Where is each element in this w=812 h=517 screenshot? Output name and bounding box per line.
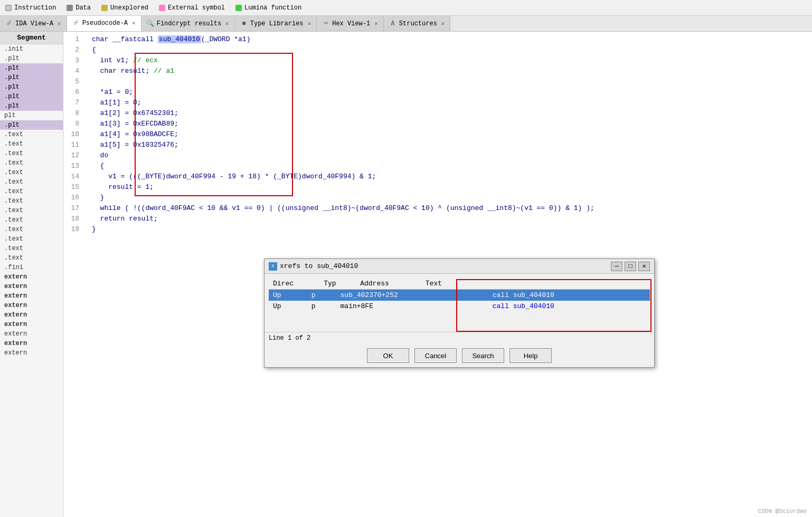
line-dot-8 xyxy=(84,108,92,119)
sidebar-item-plt2[interactable]: .plt xyxy=(0,63,63,73)
dialog-minimize-button[interactable]: — xyxy=(611,262,622,271)
code-line-6: 6 *a1 = 0; xyxy=(63,87,812,98)
code-line-5: 5 xyxy=(63,76,812,87)
sidebar-item-text11[interactable]: .text xyxy=(0,225,63,234)
help-button[interactable]: Help xyxy=(509,348,552,363)
external-dot xyxy=(159,5,165,11)
sidebar-item-text10[interactable]: .text xyxy=(0,215,63,225)
lumina-label: Lumina function xyxy=(244,4,301,12)
sidebar-item-plt8[interactable]: .plt xyxy=(0,120,63,130)
code-text-10: a1[4] = 0x98BADCFE; xyxy=(92,129,178,140)
sidebar-item-text8[interactable]: .text xyxy=(0,196,63,206)
tab-pseudo-close[interactable]: ✕ xyxy=(132,20,136,26)
tab-ida-label: IDA View-A xyxy=(15,20,53,27)
line-dot-11 xyxy=(84,140,92,150)
code-line-13: 13 { xyxy=(63,161,812,171)
sidebar-item-text5[interactable]: .text xyxy=(0,168,63,177)
sidebar-item-text3[interactable]: .text xyxy=(0,149,63,158)
tab-hex-view[interactable]: ⌨ Hex View-1 ✕ xyxy=(317,16,384,31)
tab-ida-view[interactable]: ☍ IDA View-A ✕ xyxy=(0,16,67,31)
code-line-4: 4 char result; // a1 xyxy=(63,66,812,76)
sidebar-item-extern2[interactable]: extern xyxy=(0,282,63,291)
instruction-label: Instruction xyxy=(14,4,56,12)
legend-bar: Instruction Data Unexplored External sym… xyxy=(0,0,812,16)
status-text: Line 1 of 2 xyxy=(269,334,310,342)
line-dot-10 xyxy=(84,129,92,140)
xref-row-2[interactable]: Up p main+8FE call sub_404010 xyxy=(269,301,650,312)
main-area: Segment .init .plt .plt .plt .plt .plt .… xyxy=(0,32,812,517)
sidebar-item-extern8[interactable]: extern xyxy=(0,339,63,348)
tab-hex-close[interactable]: ✕ xyxy=(374,20,378,27)
xref-data-table[interactable]: Up p sub_402370+252 call sub_404010 Up p… xyxy=(269,290,650,328)
sidebar-item-extern7[interactable]: extern xyxy=(0,329,63,339)
sidebar-item-init[interactable]: .init xyxy=(0,44,63,54)
code-line-18: 18 return result; xyxy=(63,214,812,224)
sidebar-item-text1[interactable]: .text xyxy=(0,130,63,139)
sidebar-item-extern4[interactable]: extern xyxy=(0,301,63,310)
sidebar-item-text7[interactable]: .text xyxy=(0,187,63,196)
line-num-3: 3 xyxy=(63,55,84,66)
sidebar-item-plt7[interactable]: plt xyxy=(0,111,63,120)
xref-row-1[interactable]: Up p sub_402370+252 call sub_404010 xyxy=(269,290,650,301)
sidebar-item-text9[interactable]: .text xyxy=(0,206,63,215)
code-area[interactable]: 1 char __fastcall sub_404010(_DWORD *a1)… xyxy=(63,32,812,517)
tab-find-close[interactable]: ✕ xyxy=(225,20,229,27)
line-num-14: 14 xyxy=(63,171,84,182)
code-line-16: 16 } xyxy=(63,193,812,203)
col-text: Text xyxy=(421,278,650,290)
line-num-11: 11 xyxy=(63,140,84,150)
external-label: External symbol xyxy=(168,4,225,12)
tab-structures[interactable]: A Structures ✕ xyxy=(384,16,451,31)
sidebar-item-text2[interactable]: .text xyxy=(0,139,63,149)
sidebar-item-extern5[interactable]: extern xyxy=(0,310,63,320)
sidebar-item-text4[interactable]: .text xyxy=(0,158,63,168)
code-text-9: a1[3] = 0xEFCDAB89; xyxy=(92,119,178,129)
dialog-close-button[interactable]: ✕ xyxy=(638,262,650,271)
ok-button[interactable]: OK xyxy=(367,348,409,363)
code-text-2: { xyxy=(92,45,96,55)
line-num-16: 16 xyxy=(63,193,84,203)
line-num-13: 13 xyxy=(63,161,84,171)
xrefs-dialog[interactable]: X xrefs to sub_404010 — □ ✕ Direc Typ xyxy=(264,258,655,368)
sidebar-item-plt6[interactable]: .plt xyxy=(0,101,63,111)
sidebar-item-plt4[interactable]: .plt xyxy=(0,82,63,92)
tab-ida-close[interactable]: ✕ xyxy=(58,20,61,27)
sidebar-item-extern6[interactable]: extern xyxy=(0,320,63,329)
sidebar-item-text13[interactable]: .text xyxy=(0,244,63,253)
sidebar-item-fini[interactable]: .fini xyxy=(0,263,63,272)
code-line-10: 10 a1[4] = 0x98BADCFE; xyxy=(63,129,812,140)
line-num-8: 8 xyxy=(63,108,84,119)
sidebar-item-plt3[interactable]: .plt xyxy=(0,73,63,82)
code-text-1: char __fastcall sub_404010(_DWORD *a1) xyxy=(92,34,250,45)
search-button[interactable]: Search xyxy=(462,348,504,363)
line-num-1: 1 xyxy=(63,34,84,45)
tab-findcrypt[interactable]: 🔍 Findcrypt results ✕ xyxy=(141,16,235,31)
code-text-16: } xyxy=(92,193,104,203)
dialog-controls: — □ ✕ xyxy=(611,262,650,271)
sidebar-item-text12[interactable]: .text xyxy=(0,234,63,244)
line-num-5: 5 xyxy=(63,76,84,87)
sidebar-item-plt1[interactable]: .plt xyxy=(0,54,63,63)
line-num-17: 17 xyxy=(63,203,84,214)
dialog-maximize-button[interactable]: □ xyxy=(625,262,636,271)
sidebar-item-text14[interactable]: .text xyxy=(0,253,63,263)
sidebar-item-extern1[interactable]: extern xyxy=(0,272,63,282)
code-line-19: 19 } xyxy=(63,224,812,235)
sidebar: Segment .init .plt .plt .plt .plt .plt .… xyxy=(0,32,63,517)
tab-type-libraries[interactable]: ■ Type Libraries ✕ xyxy=(235,16,317,31)
cell-dir-2: Up xyxy=(269,301,307,312)
code-line-15: 15 result = 1; xyxy=(63,182,812,193)
tab-type-close[interactable]: ✕ xyxy=(308,20,311,27)
sidebar-item-extern3[interactable]: extern xyxy=(0,291,63,301)
tab-pseudocode[interactable]: ☍ Pseudocode-A ✕ xyxy=(67,16,141,31)
sidebar-item-extern9[interactable]: extern xyxy=(0,348,63,358)
sidebar-item-text6[interactable]: .text xyxy=(0,177,63,187)
dialog-table-area: Direc Typ Address Text Up xyxy=(265,274,654,332)
sidebar-item-plt5[interactable]: .plt xyxy=(0,92,63,101)
code-text-4: char result; // a1 xyxy=(92,66,174,76)
line-dot-9 xyxy=(84,119,92,129)
code-text-14: v1 = (((_BYTE)dword_40F994 - 19 + 18) * … xyxy=(92,171,376,182)
type-icon: ■ xyxy=(240,20,248,27)
tab-struct-close[interactable]: ✕ xyxy=(441,20,445,27)
cancel-button[interactable]: Cancel xyxy=(414,348,457,363)
